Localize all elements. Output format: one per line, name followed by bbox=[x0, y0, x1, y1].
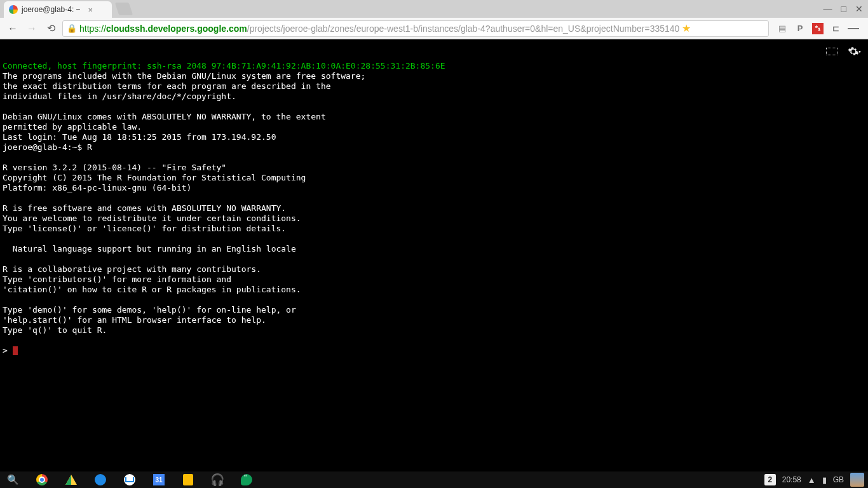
settings-gear-icon[interactable]: ▾ bbox=[848, 44, 862, 58]
hangouts-app-icon[interactable] bbox=[240, 473, 253, 486]
browser-titlebar: joeroe@glab-4: ~ × — □ ✕ bbox=[0, 0, 868, 18]
drive-app-icon[interactable] bbox=[65, 473, 78, 486]
system-clock[interactable]: 20:58 bbox=[782, 475, 801, 484]
notification-count-badge[interactable]: 2 bbox=[764, 474, 776, 485]
url-protocol: https:// bbox=[79, 24, 106, 34]
extension-icons: ▤ P *₁ ⊏ bbox=[773, 23, 863, 34]
nav-back-button[interactable]: ← bbox=[5, 21, 20, 36]
window-controls: — □ ✕ bbox=[818, 4, 868, 14]
keyboard-icon[interactable] bbox=[825, 44, 839, 58]
address-bar[interactable]: 🔒 https://cloudssh.developers.google.com… bbox=[62, 20, 769, 37]
nav-forward-button[interactable]: → bbox=[24, 21, 39, 36]
launcher-search-icon[interactable]: 🔍 bbox=[6, 473, 19, 486]
tab-close-icon[interactable]: × bbox=[88, 5, 93, 15]
url-path: /projects/joeroe-glab/zones/europe-west1… bbox=[247, 24, 680, 34]
wifi-status-icon[interactable]: ▲ bbox=[808, 475, 816, 485]
extension-page-icon[interactable]: ▤ bbox=[776, 23, 788, 34]
tab-favicon-icon bbox=[9, 5, 18, 14]
chrome-app-icon[interactable] bbox=[36, 473, 48, 486]
ssh-terminal[interactable]: ▾ Connected, host fingerprint: ssh-rsa 2… bbox=[0, 39, 868, 471]
files-app-icon[interactable] bbox=[94, 473, 107, 486]
extension-pocket-icon[interactable]: ⊏ bbox=[830, 23, 841, 34]
os-taskbar: 🔍 31 🎧 2 20:58 ▲ ▮ GB bbox=[0, 471, 868, 488]
keep-app-icon[interactable] bbox=[182, 473, 194, 486]
lock-icon: 🔒 bbox=[67, 24, 77, 33]
window-close-button[interactable]: ✕ bbox=[855, 4, 863, 14]
new-tab-button[interactable] bbox=[115, 3, 133, 15]
r-prompt: > bbox=[3, 346, 13, 355]
inbox-app-icon[interactable] bbox=[123, 473, 136, 486]
extension-p-icon[interactable]: P bbox=[794, 23, 806, 34]
ssh-fingerprint-line: Connected, host fingerprint: ssh-rsa 204… bbox=[3, 61, 445, 71]
url-host: cloudssh.developers.google.com bbox=[106, 24, 247, 34]
bookmark-star-icon[interactable]: ★ bbox=[682, 22, 691, 34]
keyboard-layout-indicator[interactable]: GB bbox=[833, 475, 844, 484]
terminal-cursor bbox=[13, 346, 18, 355]
user-avatar[interactable] bbox=[850, 473, 864, 487]
nav-reload-button[interactable]: ⟲ bbox=[43, 21, 58, 36]
extension-lastpass-icon[interactable]: *₁ bbox=[812, 23, 824, 34]
tab-title: joeroe@glab-4: ~ bbox=[22, 5, 81, 14]
chrome-menu-button[interactable] bbox=[848, 23, 859, 34]
ssh-toolbar: ▾ bbox=[825, 44, 862, 58]
music-app-icon[interactable]: 🎧 bbox=[211, 473, 224, 486]
browser-tab[interactable]: joeroe@glab-4: ~ × bbox=[4, 1, 112, 18]
battery-status-icon[interactable]: ▮ bbox=[822, 475, 827, 485]
window-minimize-button[interactable]: — bbox=[824, 4, 832, 14]
window-maximize-button[interactable]: □ bbox=[841, 4, 846, 14]
browser-toolbar: ← → ⟲ 🔒 https://cloudssh.developers.goog… bbox=[0, 18, 868, 39]
calendar-app-icon[interactable]: 31 bbox=[153, 473, 165, 486]
terminal-output: The programs included with the Debian GN… bbox=[3, 71, 365, 335]
